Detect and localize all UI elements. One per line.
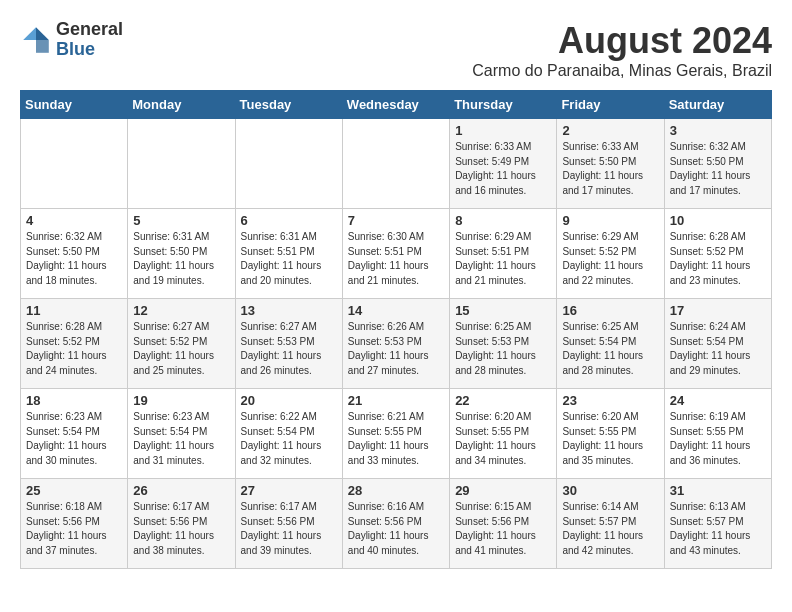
day-info: Sunrise: 6:27 AM Sunset: 5:52 PM Dayligh… <box>133 320 229 378</box>
week-row-3: 11Sunrise: 6:28 AM Sunset: 5:52 PM Dayli… <box>21 299 772 389</box>
col-thursday: Thursday <box>450 91 557 119</box>
day-info: Sunrise: 6:13 AM Sunset: 5:57 PM Dayligh… <box>670 500 766 558</box>
day-number: 23 <box>562 393 658 408</box>
day-info: Sunrise: 6:32 AM Sunset: 5:50 PM Dayligh… <box>26 230 122 288</box>
day-info: Sunrise: 6:29 AM Sunset: 5:52 PM Dayligh… <box>562 230 658 288</box>
day-info: Sunrise: 6:18 AM Sunset: 5:56 PM Dayligh… <box>26 500 122 558</box>
week-row-1: 1Sunrise: 6:33 AM Sunset: 5:49 PM Daylig… <box>21 119 772 209</box>
table-row: 26Sunrise: 6:17 AM Sunset: 5:56 PM Dayli… <box>128 479 235 569</box>
day-info: Sunrise: 6:17 AM Sunset: 5:56 PM Dayligh… <box>133 500 229 558</box>
day-number: 21 <box>348 393 444 408</box>
table-row: 8Sunrise: 6:29 AM Sunset: 5:51 PM Daylig… <box>450 209 557 299</box>
day-number: 17 <box>670 303 766 318</box>
day-info: Sunrise: 6:33 AM Sunset: 5:49 PM Dayligh… <box>455 140 551 198</box>
day-info: Sunrise: 6:23 AM Sunset: 5:54 PM Dayligh… <box>26 410 122 468</box>
table-row: 31Sunrise: 6:13 AM Sunset: 5:57 PM Dayli… <box>664 479 771 569</box>
table-row: 13Sunrise: 6:27 AM Sunset: 5:53 PM Dayli… <box>235 299 342 389</box>
header-row: Sunday Monday Tuesday Wednesday Thursday… <box>21 91 772 119</box>
day-info: Sunrise: 6:28 AM Sunset: 5:52 PM Dayligh… <box>670 230 766 288</box>
day-info: Sunrise: 6:22 AM Sunset: 5:54 PM Dayligh… <box>241 410 337 468</box>
table-row: 4Sunrise: 6:32 AM Sunset: 5:50 PM Daylig… <box>21 209 128 299</box>
day-number: 22 <box>455 393 551 408</box>
day-number: 3 <box>670 123 766 138</box>
day-number: 28 <box>348 483 444 498</box>
day-info: Sunrise: 6:17 AM Sunset: 5:56 PM Dayligh… <box>241 500 337 558</box>
page-header: General Blue August 2024 Carmo do Parana… <box>20 20 772 80</box>
day-number: 5 <box>133 213 229 228</box>
day-number: 27 <box>241 483 337 498</box>
table-row: 9Sunrise: 6:29 AM Sunset: 5:52 PM Daylig… <box>557 209 664 299</box>
day-number: 11 <box>26 303 122 318</box>
day-number: 19 <box>133 393 229 408</box>
day-number: 24 <box>670 393 766 408</box>
table-row: 24Sunrise: 6:19 AM Sunset: 5:55 PM Dayli… <box>664 389 771 479</box>
svg-marker-1 <box>36 40 49 53</box>
day-number: 9 <box>562 213 658 228</box>
table-row: 18Sunrise: 6:23 AM Sunset: 5:54 PM Dayli… <box>21 389 128 479</box>
table-row: 10Sunrise: 6:28 AM Sunset: 5:52 PM Dayli… <box>664 209 771 299</box>
table-row: 17Sunrise: 6:24 AM Sunset: 5:54 PM Dayli… <box>664 299 771 389</box>
calendar-table: Sunday Monday Tuesday Wednesday Thursday… <box>20 90 772 569</box>
day-info: Sunrise: 6:16 AM Sunset: 5:56 PM Dayligh… <box>348 500 444 558</box>
day-number: 10 <box>670 213 766 228</box>
day-number: 29 <box>455 483 551 498</box>
day-number: 6 <box>241 213 337 228</box>
logo-icon <box>20 24 52 56</box>
day-number: 16 <box>562 303 658 318</box>
day-number: 15 <box>455 303 551 318</box>
day-info: Sunrise: 6:29 AM Sunset: 5:51 PM Dayligh… <box>455 230 551 288</box>
day-number: 13 <box>241 303 337 318</box>
col-monday: Monday <box>128 91 235 119</box>
col-friday: Friday <box>557 91 664 119</box>
day-info: Sunrise: 6:26 AM Sunset: 5:53 PM Dayligh… <box>348 320 444 378</box>
day-number: 1 <box>455 123 551 138</box>
day-info: Sunrise: 6:27 AM Sunset: 5:53 PM Dayligh… <box>241 320 337 378</box>
day-info: Sunrise: 6:31 AM Sunset: 5:50 PM Dayligh… <box>133 230 229 288</box>
table-row: 20Sunrise: 6:22 AM Sunset: 5:54 PM Dayli… <box>235 389 342 479</box>
table-row: 21Sunrise: 6:21 AM Sunset: 5:55 PM Dayli… <box>342 389 449 479</box>
week-row-2: 4Sunrise: 6:32 AM Sunset: 5:50 PM Daylig… <box>21 209 772 299</box>
logo-text: General Blue <box>56 20 123 60</box>
table-row: 30Sunrise: 6:14 AM Sunset: 5:57 PM Dayli… <box>557 479 664 569</box>
day-number: 31 <box>670 483 766 498</box>
table-row <box>21 119 128 209</box>
day-number: 30 <box>562 483 658 498</box>
table-row: 27Sunrise: 6:17 AM Sunset: 5:56 PM Dayli… <box>235 479 342 569</box>
day-number: 8 <box>455 213 551 228</box>
table-row: 22Sunrise: 6:20 AM Sunset: 5:55 PM Dayli… <box>450 389 557 479</box>
col-sunday: Sunday <box>21 91 128 119</box>
day-info: Sunrise: 6:25 AM Sunset: 5:54 PM Dayligh… <box>562 320 658 378</box>
svg-marker-0 <box>36 27 49 40</box>
col-wednesday: Wednesday <box>342 91 449 119</box>
day-info: Sunrise: 6:32 AM Sunset: 5:50 PM Dayligh… <box>670 140 766 198</box>
week-row-5: 25Sunrise: 6:18 AM Sunset: 5:56 PM Dayli… <box>21 479 772 569</box>
day-number: 18 <box>26 393 122 408</box>
table-row <box>342 119 449 209</box>
day-number: 7 <box>348 213 444 228</box>
table-row: 25Sunrise: 6:18 AM Sunset: 5:56 PM Dayli… <box>21 479 128 569</box>
table-row: 2Sunrise: 6:33 AM Sunset: 5:50 PM Daylig… <box>557 119 664 209</box>
table-row: 14Sunrise: 6:26 AM Sunset: 5:53 PM Dayli… <box>342 299 449 389</box>
day-number: 12 <box>133 303 229 318</box>
col-tuesday: Tuesday <box>235 91 342 119</box>
table-row: 29Sunrise: 6:15 AM Sunset: 5:56 PM Dayli… <box>450 479 557 569</box>
table-row <box>128 119 235 209</box>
table-row: 23Sunrise: 6:20 AM Sunset: 5:55 PM Dayli… <box>557 389 664 479</box>
day-info: Sunrise: 6:31 AM Sunset: 5:51 PM Dayligh… <box>241 230 337 288</box>
day-info: Sunrise: 6:33 AM Sunset: 5:50 PM Dayligh… <box>562 140 658 198</box>
table-row <box>235 119 342 209</box>
table-row: 3Sunrise: 6:32 AM Sunset: 5:50 PM Daylig… <box>664 119 771 209</box>
day-number: 14 <box>348 303 444 318</box>
day-number: 4 <box>26 213 122 228</box>
day-info: Sunrise: 6:20 AM Sunset: 5:55 PM Dayligh… <box>562 410 658 468</box>
table-row: 19Sunrise: 6:23 AM Sunset: 5:54 PM Dayli… <box>128 389 235 479</box>
day-info: Sunrise: 6:25 AM Sunset: 5:53 PM Dayligh… <box>455 320 551 378</box>
month-title: August 2024 <box>472 20 772 62</box>
day-number: 25 <box>26 483 122 498</box>
day-info: Sunrise: 6:21 AM Sunset: 5:55 PM Dayligh… <box>348 410 444 468</box>
table-row: 12Sunrise: 6:27 AM Sunset: 5:52 PM Dayli… <box>128 299 235 389</box>
logo-blue-text: Blue <box>56 40 123 60</box>
table-row: 7Sunrise: 6:30 AM Sunset: 5:51 PM Daylig… <box>342 209 449 299</box>
col-saturday: Saturday <box>664 91 771 119</box>
logo-general: General <box>56 20 123 40</box>
